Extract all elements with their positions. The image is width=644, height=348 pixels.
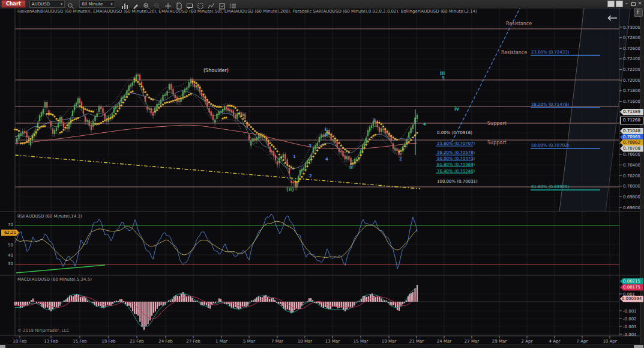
price-marker: 0.70862 <box>620 139 643 146</box>
price-marker: 0.70708 <box>620 145 643 152</box>
copyright-text: © 2019 NinjaTrader, LLC <box>17 328 69 333</box>
tab-chart-label: Chart <box>6 1 21 7</box>
chart-annotation: 4 <box>325 157 328 162</box>
fib-label: 23.60% (0.72433) <box>531 50 569 55</box>
chart-annotation: 2 <box>309 174 312 179</box>
window-controls: – × <box>606 1 643 7</box>
new-window-icon[interactable] <box>175 1 184 8</box>
chart-annotation: 5 <box>325 132 328 137</box>
chart-annotation: 4 <box>423 122 426 127</box>
fib-label: 100.00% (0.70031) <box>437 179 478 184</box>
interval-select[interactable]: 60 Minute ▾ <box>79 1 115 8</box>
search-icon[interactable] <box>67 1 76 8</box>
workspace-button-2[interactable] <box>616 1 623 7</box>
toolbar-icons <box>119 1 238 8</box>
fib-label: 76.40% (0.70240) <box>437 169 475 174</box>
chart-annotation: Support <box>487 140 507 145</box>
rsi-axis-tick: 40 <box>8 253 13 258</box>
macd-panel-indicator-label: MACD(AUDUSD (60 Minute),5,34,5) <box>17 277 92 282</box>
chart-annotation: iv <box>454 106 459 112</box>
crosshair-icon[interactable] <box>164 1 173 8</box>
chart-annotation: 1 <box>293 154 296 159</box>
macd-marker: 0.00215 <box>620 278 643 285</box>
close-button[interactable]: × <box>637 1 643 7</box>
fib-label: 50.00% (0.70473) <box>437 156 475 161</box>
minimize-button[interactable]: – <box>624 1 630 7</box>
rsi-panel-indicator-label: RSI(AUDUSD (60 Minute),14,3) <box>17 214 82 219</box>
fib-label: 61.80% (0.69925) <box>531 185 569 189</box>
scale-f-button[interactable]: F <box>634 8 643 17</box>
chart-annotation: 1 <box>373 118 376 123</box>
fib-label: 38.20% (0.71476) <box>531 102 569 107</box>
chart-annotation: 2 <box>399 157 402 162</box>
instrument-value: AUDUSD <box>32 1 58 7</box>
toolbar: Chart AUDUSD ▾ 60 Minute ▾ – × <box>0 0 644 8</box>
chevron-down-icon: ▾ <box>61 1 63 7</box>
chart-annotation: (Shoulder) <box>203 68 229 73</box>
tab-chart[interactable]: Chart <box>1 0 26 8</box>
right-scroll-strip[interactable] <box>640 8 644 344</box>
zoom-out-icon[interactable] <box>154 1 162 8</box>
rsi-axis-tick: 50 <box>8 243 13 248</box>
chevron-down-icon: ▾ <box>110 1 113 7</box>
chart-style-icon[interactable] <box>121 1 130 8</box>
fib-label: 38.20% (0.70578) <box>437 150 475 155</box>
fib-label: 50.00% (0.70702) <box>531 143 569 148</box>
time-axis[interactable] <box>15 336 640 344</box>
properties-icon[interactable] <box>229 1 238 8</box>
restore-icon <box>631 2 636 6</box>
workspace-button-1[interactable] <box>607 1 615 7</box>
price-panel-indicator-label: HeikenAshi8(AUDUSD (60 Minute)), EMA(AUD… <box>17 9 477 14</box>
fib-label: 0.00% (0.70916) <box>437 130 472 135</box>
scrollbar-right-nub[interactable] <box>634 345 643 348</box>
rsi-axis-tick: 30 <box>8 261 13 266</box>
horizontal-scrollbar[interactable] <box>0 344 644 348</box>
chart-annotation: Support <box>487 121 507 126</box>
market-analyzer-icon[interactable] <box>218 1 227 8</box>
indicators-icon[interactable] <box>208 1 216 8</box>
chart-annotation: 3 <box>308 144 311 148</box>
instrument-select[interactable]: AUDUSD ▾ <box>29 1 65 8</box>
rsi-value-marker: 62.21 <box>1 230 19 236</box>
macd-marker: 0.00175 <box>620 284 643 291</box>
restore-button[interactable] <box>630 1 636 7</box>
zoom-in-icon[interactable] <box>143 1 151 8</box>
last-price-marker: 0.71260 <box>620 117 643 124</box>
chart-annotation: i <box>325 127 327 132</box>
chart-annotation: Resistance <box>501 50 527 55</box>
chart-annotation: Resistance <box>506 21 532 26</box>
data-box-icon[interactable] <box>186 1 194 8</box>
chart-annotation: ii <box>349 165 352 170</box>
price-marker: 0.71048 <box>620 128 643 135</box>
price-marker: 0.71389 <box>620 109 643 115</box>
chart-window: 0.730000.728000.726000.724000.722000.720… <box>0 0 644 348</box>
chart-annotation: 5 <box>442 76 445 81</box>
interval-value: 60 Minute <box>82 1 108 7</box>
regions-icon[interactable] <box>197 1 205 8</box>
drawing-tools-icon[interactable] <box>132 1 140 8</box>
rsi-axis-tick: 70 <box>8 222 13 227</box>
chart-annotation: (ii) <box>286 187 294 192</box>
fib-label: 23.60% (0.70707) <box>437 141 475 146</box>
fib-label: 61.80% (0.70369) <box>437 162 475 167</box>
scrollbar-left-nub[interactable] <box>0 345 5 348</box>
macd-marker: 0.000394 <box>620 296 643 302</box>
